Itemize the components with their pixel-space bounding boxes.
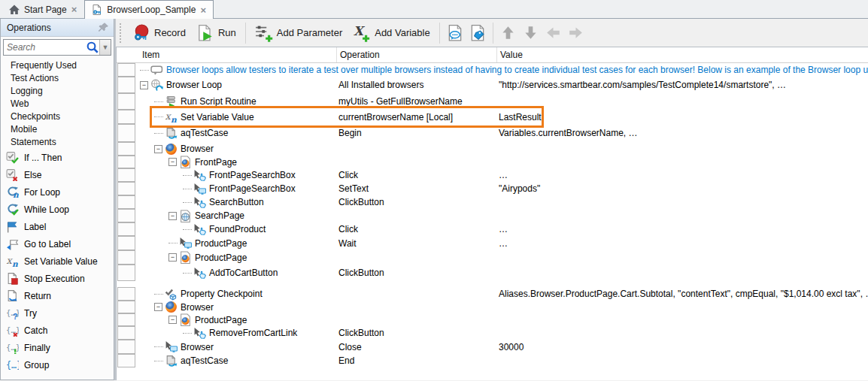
close-icon[interactable]: × [199, 5, 207, 16]
move-down-button[interactable] [520, 23, 542, 44]
tree-connector [183, 175, 192, 176]
test-step-row[interactable]: Property CheckpointAliases.Browser.Produ… [117, 287, 868, 301]
test-step-row[interactable]: −SearchPage [117, 209, 868, 222]
row-gutter-cell[interactable] [117, 182, 135, 195]
operations-category[interactable]: Test Actions [1, 72, 114, 85]
row-gutter-cell[interactable] [117, 287, 135, 301]
operations-item[interactable]: Return [1, 287, 114, 304]
operation-cell: ClickButton [335, 197, 496, 207]
pin-icon[interactable] [98, 22, 109, 33]
row-gutter-cell[interactable] [117, 250, 135, 265]
row-gutter-cell[interactable] [117, 222, 135, 236]
operations-item[interactable]: {…}?Try [1, 304, 114, 322]
operations-item[interactable]: Else [1, 166, 114, 183]
operations-item[interactable]: xnSet Variable Value [1, 252, 114, 270]
run-button[interactable]: Run [191, 22, 241, 44]
test-step-row[interactable]: aqTestCaseBeginVariables.currentBrowserN… [117, 124, 868, 142]
operations-category[interactable]: Checkpoints [1, 110, 114, 123]
row-gutter-cell[interactable] [117, 354, 135, 367]
record-button[interactable]: Record [127, 22, 191, 44]
operations-category[interactable]: Statements [1, 136, 114, 149]
test-step-row[interactable]: −Browser [117, 142, 868, 156]
tree-collapse-toggle[interactable]: − [168, 316, 177, 324]
operations-category[interactable]: Web [1, 98, 114, 110]
tree-collapse-toggle[interactable]: − [154, 303, 162, 311]
row-gutter-cell[interactable] [117, 236, 135, 250]
test-step-row[interactable]: RemoveFromCartLinkClickButton [117, 326, 868, 340]
row-gutter-cell[interactable] [117, 93, 135, 110]
operations-item[interactable]: Stop Execution [1, 270, 114, 287]
operations-category[interactable]: Frequently Used [1, 59, 114, 72]
test-step-row[interactable]: AddToCartButtonClickButton [117, 265, 868, 281]
row-gutter-cell[interactable] [117, 168, 135, 182]
operations-item[interactable]: Go to Label [1, 235, 114, 252]
test-step-row[interactable]: −ProductPage [117, 250, 868, 265]
search-input[interactable] [4, 41, 86, 54]
row-gutter-cell[interactable] [117, 63, 135, 77]
row-gutter-cell[interactable] [117, 340, 135, 354]
operations-item[interactable]: Label [1, 218, 114, 235]
tree-collapse-toggle[interactable]: − [168, 158, 177, 166]
column-header-value[interactable]: Value [496, 47, 868, 62]
tree-collapse-toggle[interactable]: − [154, 145, 162, 153]
move-up-button[interactable] [497, 23, 520, 44]
tree-collapse-toggle[interactable]: − [168, 212, 177, 220]
tab-start-page[interactable]: Start Page × [2, 0, 84, 18]
search-icon[interactable] [86, 41, 99, 54]
tab-browserloop-sample[interactable]: BrowserLoop_Sample × [84, 0, 214, 19]
test-step-row[interactable]: FrontPageSearchBoxSetText"Airypods" [117, 182, 868, 195]
row-gutter-cell[interactable] [117, 77, 135, 93]
tree-collapse-toggle[interactable]: − [140, 81, 148, 89]
row-gutter-cell[interactable] [117, 195, 135, 209]
add-variable-button[interactable]: X Add Variable [348, 22, 435, 44]
test-step-row[interactable]: FoundProductClick… [117, 222, 868, 236]
operations-item[interactable]: If ... Then [1, 149, 114, 166]
item-cell: −Browser Loop [137, 79, 335, 92]
row-gutter-cell[interactable] [117, 265, 135, 281]
toolbar-separator [439, 23, 440, 44]
operations-category[interactable]: Mobile [1, 123, 114, 136]
operations-category[interactable]: Logging [1, 85, 114, 98]
test-step-row[interactable]: −Browser LoopAll Installed browsers"http… [117, 77, 868, 93]
row-gutter-cell[interactable] [117, 142, 135, 156]
row-gutter-cell[interactable] [117, 313, 135, 326]
svg-text:{…}: {…} [6, 360, 19, 370]
comment-row[interactable]: Browser loops allow testers to iterate a… [117, 63, 868, 77]
search-dropdown-button[interactable]: ▼ [99, 40, 111, 55]
test-step-row[interactable]: Run Script RoutinemyUtils - GetFullBrows… [117, 93, 868, 110]
add-label-button[interactable] [466, 23, 489, 44]
column-header-item[interactable]: Item [138, 47, 336, 62]
column-header-operation[interactable]: Operation [336, 47, 496, 62]
row-gutter-cell[interactable] [117, 301, 135, 313]
test-step-row[interactable]: xnSet Variable ValuecurrentBrowserName [… [117, 110, 868, 124]
operations-item[interactable]: {…}Finally [1, 339, 114, 356]
move-right-button[interactable] [565, 23, 587, 44]
test-step-row[interactable]: aqTestCaseEnd [117, 354, 868, 367]
operations-item[interactable]: {…}Catch [1, 322, 114, 339]
row-gutter-cell[interactable] [117, 326, 135, 340]
test-step-row[interactable]: FrontPageSearchBoxClick… [117, 168, 868, 182]
test-step-row[interactable]: −Browser [117, 301, 868, 313]
toolbar-grip[interactable] [120, 23, 123, 43]
row-gutter-cell[interactable] [117, 110, 135, 124]
test-step-row[interactable]: −FrontPage [117, 156, 868, 168]
test-step-row[interactable]: ProductPageWait… [117, 236, 868, 250]
close-icon[interactable]: × [71, 4, 78, 15]
row-gutter-cell[interactable] [117, 156, 135, 168]
operations-item[interactable]: While Loop [1, 201, 114, 218]
step-item-label: Set Variable Value [181, 112, 254, 122]
row-gutter-cell[interactable] [117, 209, 135, 222]
add-comment-button[interactable] [444, 23, 466, 44]
tree-collapse-toggle[interactable]: − [168, 253, 177, 262]
operations-item[interactable]: nFor Loop [1, 183, 114, 201]
test-step-row[interactable]: SearchButtonClickButton [117, 195, 868, 209]
test-step-row[interactable]: −ProductPage [117, 313, 868, 326]
move-left-button[interactable] [542, 23, 565, 44]
row-gutter-cell[interactable] [117, 124, 135, 142]
test-step-row[interactable]: BrowserClose30000 [117, 340, 868, 354]
tab-label: Start Page [24, 5, 67, 15]
firefox-icon [165, 301, 178, 313]
item-cell: −ProductPage [137, 251, 335, 264]
operations-item[interactable]: {…}Group [1, 356, 114, 373]
add-parameter-button[interactable]: Add Parameter [250, 22, 348, 44]
